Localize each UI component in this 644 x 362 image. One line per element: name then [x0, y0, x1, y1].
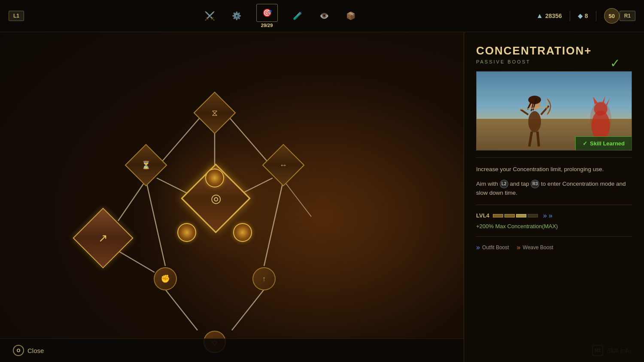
top-bar: L1 ⚔️ ⚙️ 🎯 29/29 🧪 👁️ 📦 ▲ 28356 [0, 0, 644, 32]
max-stat-value: +200% Max Concentration [476, 223, 542, 229]
svg-line-22 [529, 132, 532, 147]
svg-point-12 [529, 111, 541, 132]
node-circle-top[interactable] [205, 169, 224, 187]
rank-display: ◆ 8 [578, 12, 588, 19]
skills-icon-border: 🎯 [256, 4, 278, 22]
node-far-left[interactable]: ↗ [82, 217, 125, 259]
outfit-boost-arrow: » [476, 244, 480, 251]
nav-machine[interactable]: 📦 [344, 9, 358, 23]
boost-legend: » Outfit Boost » Weave Boost [476, 244, 632, 251]
weave-boost-label: Weave Boost [523, 244, 553, 250]
weave-boost-arrow: » [517, 244, 521, 251]
lvl-bar-4 [528, 214, 538, 217]
svg-line-9 [232, 290, 264, 330]
nav-lore[interactable]: 👁️ [317, 9, 331, 23]
divider-2 [476, 205, 632, 205]
lvl-bar-3 [516, 214, 526, 217]
weave-boost-item: » Weave Boost [517, 244, 553, 251]
lvl-bar-2 [504, 214, 515, 217]
level-label: LVL4 [476, 212, 489, 219]
node-bottom-right[interactable]: ↑ [252, 267, 276, 290]
close-button-icon[interactable]: O [13, 345, 24, 356]
nav-skills[interactable]: 🎯 29/29 [256, 4, 278, 28]
node-left-mid[interactable]: ⏳ [131, 150, 161, 180]
max-stat-text: +200% Max Concentration(MAX) [476, 223, 632, 229]
rank-icon: ◆ [578, 12, 583, 19]
info-panel: CONCENTRATION+ PASSIVE BOOST ✓ [464, 32, 644, 362]
tree-container: ⧖ ⏳ ↔ ↗ ◎ [0, 32, 464, 362]
node-top[interactable]: ⧖ [200, 98, 230, 128]
close-hint: O Close [13, 345, 44, 356]
inventory-icon: 🧪 [291, 9, 304, 23]
machine-icon: 📦 [344, 9, 358, 23]
desc2-mid: and tap [510, 181, 531, 187]
divider-1 [476, 157, 632, 158]
top-right-info: ▲ 28356 ◆ 8 50 [536, 8, 620, 24]
archer-svg [500, 79, 569, 150]
svg-line-23 [538, 132, 539, 147]
outfit-arrow-2: » [549, 212, 553, 220]
svg-line-5 [118, 180, 146, 221]
crafting-icon: ⚙️ [230, 9, 243, 23]
skill-image: ✓ Skill Learned [476, 71, 632, 151]
r3-button-indicator: R3 [531, 180, 539, 188]
shards-display: ▲ 28356 [536, 12, 562, 20]
skill-learned-label: Skill Learned [590, 140, 625, 147]
divider-1 [570, 11, 570, 21]
close-label: Close [27, 347, 44, 354]
rank-value: 8 [585, 12, 588, 19]
skills-count: 29/29 [261, 23, 273, 28]
divider-3 [476, 236, 632, 237]
level-bars [493, 214, 538, 217]
node-circle-bottom-left[interactable] [177, 223, 196, 242]
outfit-boost-label: Outfit Boost [482, 244, 509, 250]
svg-line-4 [230, 118, 270, 165]
l1-button[interactable]: L1 [9, 11, 24, 21]
node-bottom-left[interactable]: ✊ [154, 267, 177, 290]
svg-line-3 [159, 118, 200, 165]
lore-icon: 👁️ [317, 9, 331, 23]
svg-line-11 [283, 180, 311, 217]
top-navigation: ⚔️ ⚙️ 🎯 29/29 🧪 👁️ 📦 [24, 4, 536, 28]
svg-line-7 [264, 180, 283, 266]
svg-point-29 [590, 101, 611, 138]
learned-check-icon: ✓ [583, 140, 587, 147]
skill-type: PASSIVE BOOST [476, 59, 632, 64]
skills-icon: 🎯 [260, 6, 274, 20]
nav-crafting[interactable]: ⚙️ [230, 9, 243, 23]
shards-value: 28356 [545, 12, 562, 19]
boost-arrows: » » [543, 212, 553, 220]
skill-description-2: Aim with L2 and tap R3 to enter Concentr… [476, 179, 632, 198]
desc2-prefix: Aim with [476, 181, 498, 187]
skill-description-1: Increase your Concentration limit, prolo… [476, 165, 632, 174]
r1-button[interactable]: R1 [620, 11, 635, 21]
level-badge: 50 [604, 8, 620, 24]
outfit-arrow-1: » [543, 212, 547, 220]
learned-checkmark: ✓ [610, 56, 620, 70]
svg-line-6 [146, 180, 165, 266]
l2-button-indicator: L2 [500, 180, 508, 188]
nav-inventory[interactable]: 🧪 [291, 9, 304, 23]
node-circle-bottom-right[interactable] [233, 223, 252, 242]
shards-icon: ▲ [536, 12, 543, 20]
node-right-mid[interactable]: ↔ [268, 150, 298, 180]
svg-line-18 [520, 109, 528, 115]
max-label: (MAX) [542, 223, 558, 229]
weapons-icon: ⚔️ [203, 9, 217, 23]
skill-title: CONCENTRATION+ [476, 44, 632, 57]
skill-panel-inner: CONCENTRATION+ PASSIVE BOOST ✓ [476, 44, 632, 251]
desc2-suffix: to enter Concentration mode and slow dow… [476, 181, 626, 196]
divider-2 [596, 11, 596, 21]
nav-weapons[interactable]: ⚔️ [203, 9, 217, 23]
svg-line-8 [165, 290, 197, 330]
skill-learned-badge: ✓ Skill Learned [575, 136, 632, 150]
level-row: LVL4 » » [476, 212, 632, 220]
outfit-boost-item: » Outfit Boost [476, 244, 509, 251]
lvl-bar-1 [493, 214, 503, 217]
